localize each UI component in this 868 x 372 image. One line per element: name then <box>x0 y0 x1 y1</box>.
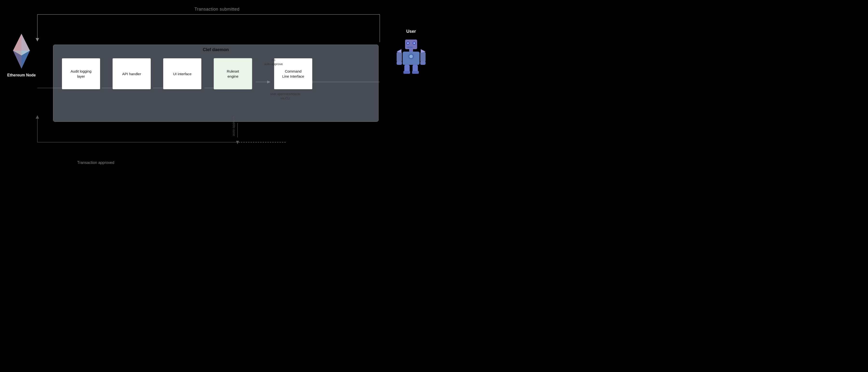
svg-point-33 <box>413 42 415 44</box>
cli-label: CommandLine Interface <box>282 69 304 79</box>
ethereum-node-section: Ethereum Node <box>7 31 36 78</box>
svg-rect-45 <box>403 71 410 74</box>
svg-marker-22 <box>236 141 239 144</box>
clef-daemon-title: Clef daemon <box>203 47 229 52</box>
user-approves-rejects-label: user approves/rejectsvia CLI <box>270 92 300 100</box>
svg-rect-42 <box>420 61 426 65</box>
ruleset-engine-label: Rulesetengine <box>227 69 239 79</box>
svg-rect-35 <box>409 49 413 52</box>
ruleset-engine-box: Rulesetengine <box>214 58 252 89</box>
svg-point-38 <box>409 55 413 58</box>
svg-rect-34 <box>407 46 413 48</box>
user-section: User <box>396 29 427 74</box>
ui-interface-box: UI interface <box>163 58 202 89</box>
audit-logging-label: Audit logginglayer <box>71 69 92 79</box>
api-handler-label: API handler <box>122 71 141 76</box>
api-handler-box: API handler <box>112 58 151 89</box>
svg-marker-27 <box>13 34 30 51</box>
svg-marker-2 <box>36 38 39 41</box>
auto-approve-label: auto-approve <box>232 116 235 136</box>
audit-logging-box: Audit logginglayer <box>62 58 100 89</box>
svg-point-32 <box>407 42 409 44</box>
svg-rect-39 <box>397 52 402 62</box>
transaction-approved-label: Transaction approved <box>77 160 114 165</box>
user-robot-icon <box>396 36 427 74</box>
svg-rect-40 <box>420 52 426 62</box>
ethereum-diamond-icon <box>8 31 35 71</box>
svg-marker-21 <box>36 115 39 119</box>
clef-daemon-box: Clef daemon Audit logginglayer API handl… <box>53 44 378 122</box>
svg-rect-41 <box>397 61 402 65</box>
ui-interface-label: UI interface <box>173 71 192 76</box>
diagram-container: Transaction submitted Ethereum Node User <box>0 0 434 186</box>
user-label: User <box>406 29 416 34</box>
no-auto-approve-label: noauto-approve <box>264 58 283 66</box>
transaction-submitted-label: Transaction submitted <box>194 7 240 12</box>
ethereum-node-label: Ethereum Node <box>7 73 36 78</box>
svg-rect-46 <box>412 71 419 74</box>
